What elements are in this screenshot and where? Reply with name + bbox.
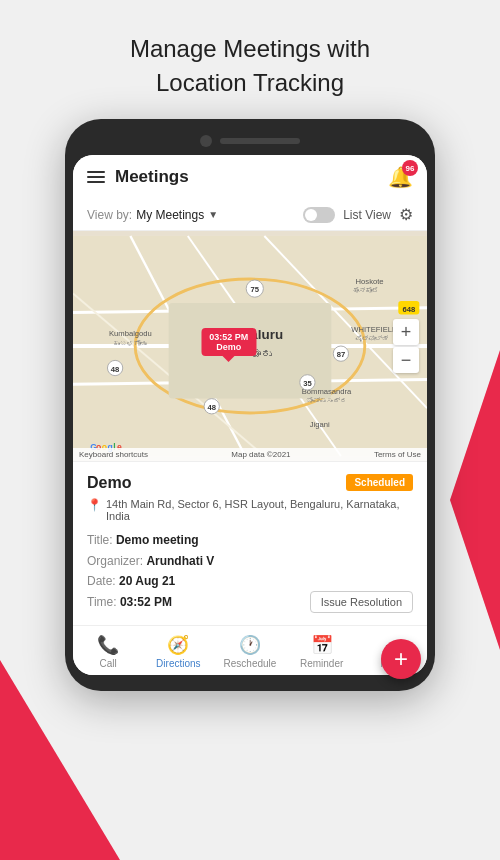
meeting-time-row: Time: 03:52 PM Issue Resolution [87, 591, 413, 613]
svg-text:87: 87 [337, 351, 346, 360]
meeting-card: Demo Scheduled 📍 14th Main Rd, Sector 6,… [73, 461, 427, 625]
svg-text:48: 48 [111, 365, 120, 374]
organizer-label: Organizer: [87, 554, 143, 568]
meeting-details: Title: Demo meeting Organizer: Arundhati… [87, 530, 413, 613]
nav-item-reschedule[interactable]: 🕐 Reschedule [224, 634, 277, 669]
svg-text:75: 75 [251, 286, 260, 295]
view-by-dropdown[interactable]: My Meetings [136, 208, 204, 222]
svg-text:48: 48 [207, 403, 216, 412]
reschedule-label: Reschedule [224, 658, 277, 669]
header-line1: Manage Meetings with [130, 35, 370, 62]
hamburger-menu-button[interactable] [87, 171, 105, 183]
svg-text:ಬೊಮ್ಮಸಂದ್ರ: ಬೊಮ್ಮಸಂದ್ರ [306, 398, 347, 405]
svg-text:ಕುಂಬಳಗೋಡು: ಕುಂಬಳಗೋಡು [113, 340, 147, 347]
fab-button[interactable]: + [381, 639, 421, 679]
bg-decoration-right [450, 350, 500, 650]
map-zoom-controls: + − [393, 319, 419, 373]
svg-text:Jigani: Jigani [310, 421, 330, 430]
filter-settings-icon[interactable]: ⚙ [399, 205, 413, 224]
svg-text:Kumbalgodu: Kumbalgodu [109, 330, 152, 339]
pin-name: Demo [216, 342, 241, 352]
meeting-title-row: Title: Demo meeting [87, 530, 413, 550]
view-by-label: View by: [87, 208, 132, 222]
phone-camera [200, 135, 212, 147]
app-title: Meetings [115, 167, 189, 187]
meeting-location: 📍 14th Main Rd, Sector 6, HSR Layout, Be… [87, 498, 413, 522]
zoom-out-button[interactable]: − [393, 347, 419, 373]
view-by-control: View by: My Meetings ▼ [87, 208, 218, 222]
date-label: Date: [87, 574, 116, 588]
meeting-card-header: Demo Scheduled [87, 474, 413, 492]
map-keyboard-shortcuts: Keyboard shortcuts [79, 450, 148, 459]
map-terms: Terms of Use [374, 450, 421, 459]
title-value: Demo meeting [116, 533, 199, 547]
location-icon: 📍 [87, 498, 102, 512]
directions-icon: 🧭 [167, 634, 189, 656]
time-row-text: Time: 03:52 PM [87, 592, 172, 612]
pin-time: 03:52 PM [209, 332, 248, 342]
notification-count: 96 [402, 160, 418, 176]
nav-item-reminder[interactable]: 📅 Reminder [297, 634, 347, 669]
svg-text:WHITEFIELD: WHITEFIELD [351, 325, 398, 334]
filter-bar: View by: My Meetings ▼ List View ⚙ [73, 199, 427, 231]
nav-item-call[interactable]: 📞 Call [83, 634, 133, 669]
pin-bubble: 03:52 PM Demo [201, 328, 256, 356]
bottom-nav: 📞 Call 🧭 Directions 🕐 Reschedule 📅 Remin… [73, 625, 427, 675]
time-value: 03:52 PM [120, 595, 172, 609]
dropdown-arrow-icon[interactable]: ▼ [208, 209, 218, 220]
hamburger-line1 [87, 171, 105, 173]
zoom-in-button[interactable]: + [393, 319, 419, 345]
call-label: Call [99, 658, 116, 669]
filter-right: List View ⚙ [303, 205, 413, 224]
title-label: Title: [87, 533, 113, 547]
phone-speaker [220, 138, 300, 144]
meeting-address: 14th Main Rd, Sector 6, HSR Layout, Beng… [106, 498, 413, 522]
time-label: Time: [87, 595, 117, 609]
svg-text:ಹೊಸ್ಕೋಟೆ: ಹೊಸ್ಕೋಟೆ [352, 288, 378, 295]
status-badge: Scheduled [346, 474, 413, 491]
issue-resolution-button[interactable]: Issue Resolution [310, 591, 413, 613]
phone-frame: Meetings 🔔 96 View by: My Meetings ▼ Lis… [65, 119, 435, 691]
reminder-label: Reminder [300, 658, 343, 669]
phone-top-bar [73, 135, 427, 147]
meeting-organizer-row: Organizer: Arundhati V [87, 551, 413, 571]
meeting-name: Demo [87, 474, 131, 492]
nav-item-directions[interactable]: 🧭 Directions [153, 634, 203, 669]
directions-label: Directions [156, 658, 200, 669]
date-value: 20 Aug 21 [119, 574, 175, 588]
list-view-label: List View [343, 208, 391, 222]
reschedule-icon: 🕐 [239, 634, 261, 656]
svg-text:35: 35 [303, 379, 312, 388]
map-data-credit: Map data ©2021 [231, 450, 290, 459]
hamburger-line3 [87, 181, 105, 183]
app-screen: Meetings 🔔 96 View by: My Meetings ▼ Lis… [73, 155, 427, 675]
meeting-date-row: Date: 20 Aug 21 [87, 571, 413, 591]
svg-text:ವೈಟ್‌ಫೀಲ್ಡ್: ವೈಟ್‌ಫೀಲ್ಡ್ [355, 335, 388, 342]
page-header: Manage Meetings with Location Tracking [0, 0, 500, 119]
meeting-pin[interactable]: 03:52 PM Demo [201, 328, 256, 356]
map-footer: Keyboard shortcuts Map data ©2021 Terms … [73, 448, 427, 461]
header-line2: Location Tracking [156, 69, 344, 96]
topbar-left: Meetings [87, 167, 189, 187]
hamburger-line2 [87, 176, 105, 178]
call-icon: 📞 [97, 634, 119, 656]
list-view-toggle[interactable] [303, 207, 335, 223]
reminder-icon: 📅 [311, 634, 333, 656]
svg-text:Hoskote: Hoskote [356, 277, 384, 286]
svg-text:648: 648 [402, 305, 415, 314]
notification-button[interactable]: 🔔 96 [388, 165, 413, 189]
app-topbar: Meetings 🔔 96 [73, 155, 427, 199]
organizer-value: Arundhati V [146, 554, 214, 568]
map-container[interactable]: Bengaluru ಬೆಂಗಳೂರು Hoskote ಹೊಸ್ಕೋಟೆ WHIT… [73, 231, 427, 461]
